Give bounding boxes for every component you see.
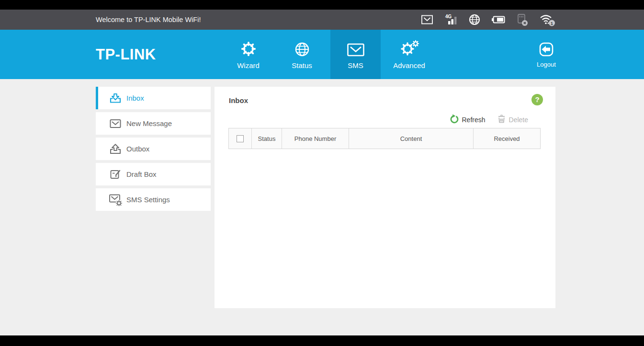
gear-icon — [240, 40, 257, 57]
envelope-icon — [109, 117, 122, 130]
wifi-clients-icon: 1 — [539, 13, 555, 26]
envelope-icon — [347, 40, 365, 57]
refresh-icon — [450, 114, 459, 125]
inbox-panel: Inbox ? Refresh — [215, 87, 555, 308]
table-header-row: Status Phone Number Content Received — [228, 128, 541, 149]
tp-link-logo: TP-LINK — [96, 46, 156, 63]
sidebar-item-label: New Message — [126, 119, 172, 127]
tab-sms[interactable]: SMS — [330, 30, 381, 79]
header-cell-checkbox — [229, 128, 251, 149]
header-cell-phone-number: Phone Number — [282, 128, 349, 149]
select-all-checkbox[interactable] — [237, 135, 244, 142]
help-button[interactable]: ? — [531, 94, 543, 105]
delete-button[interactable]: Delete — [497, 114, 528, 125]
tab-status[interactable]: Status — [277, 30, 327, 79]
tab-advanced-label: Advanced — [393, 61, 425, 69]
header-cell-content: Content — [349, 128, 473, 149]
tab-status-label: Status — [292, 61, 312, 69]
main-nav-bar: TP-LINK Wizard — [0, 30, 644, 79]
device-status-bar: Welcome to TP-LINK Mobile WiFi! 4G — [0, 10, 644, 30]
sidebar-item-label: SMS Settings — [126, 196, 170, 204]
message-icon — [421, 14, 433, 25]
sidebar-item-label: Outbox — [126, 145, 149, 153]
internet-globe-icon — [469, 14, 480, 25]
sidebar-item-outbox[interactable]: Outbox — [96, 138, 211, 160]
inbox-table: Status Phone Number Content Received — [228, 128, 541, 149]
logout-label: Logout — [537, 61, 556, 68]
tab-sms-label: SMS — [348, 61, 363, 69]
inbox-toolbar: Refresh Delete — [450, 114, 529, 125]
outbox-tray-up-icon — [109, 143, 122, 155]
sidebar-item-draft-box[interactable]: Draft Box — [96, 163, 211, 185]
tab-advanced[interactable]: Advanced — [384, 30, 434, 79]
signal-type-label: 4G — [445, 14, 452, 19]
tab-wizard-label: Wizard — [237, 61, 260, 69]
gears-icon — [399, 40, 419, 57]
nav-tabs: Wizard Status — [223, 30, 438, 79]
sidebar-item-new-message[interactable]: New Message — [96, 112, 211, 135]
page-background: Inbox New Message Outb — [0, 79, 644, 335]
status-icons: 4G — [421, 13, 555, 26]
globe-icon — [294, 40, 310, 57]
refresh-label: Refresh — [462, 116, 486, 124]
wifi-client-count-badge: 1 — [551, 21, 554, 26]
sidebar-item-inbox[interactable]: Inbox — [96, 87, 211, 109]
delete-label: Delete — [509, 116, 528, 124]
welcome-text: Welcome to TP-LINK Mobile WiFi! — [96, 16, 201, 23]
tab-wizard[interactable]: Wizard — [223, 30, 273, 79]
logout-icon — [538, 41, 554, 59]
page-title: Inbox — [229, 96, 248, 104]
sim-card-error-icon — [517, 13, 528, 26]
sidebar-item-label: Inbox — [126, 94, 144, 102]
sms-sidebar: Inbox New Message Outb — [96, 87, 211, 214]
envelope-gear-icon — [109, 194, 122, 206]
header-cell-received: Received — [473, 128, 540, 149]
inbox-tray-down-icon — [109, 92, 122, 104]
logout-button[interactable]: Logout — [532, 41, 561, 68]
signal-4g-icon: 4G — [444, 13, 458, 26]
header-cell-status: Status — [251, 128, 282, 149]
refresh-button[interactable]: Refresh — [450, 114, 486, 125]
sidebar-item-sms-settings[interactable]: SMS Settings — [96, 188, 211, 211]
trash-icon — [497, 114, 506, 125]
sidebar-item-label: Draft Box — [126, 170, 157, 178]
draft-pencil-icon — [109, 168, 122, 181]
battery-icon — [491, 15, 506, 24]
